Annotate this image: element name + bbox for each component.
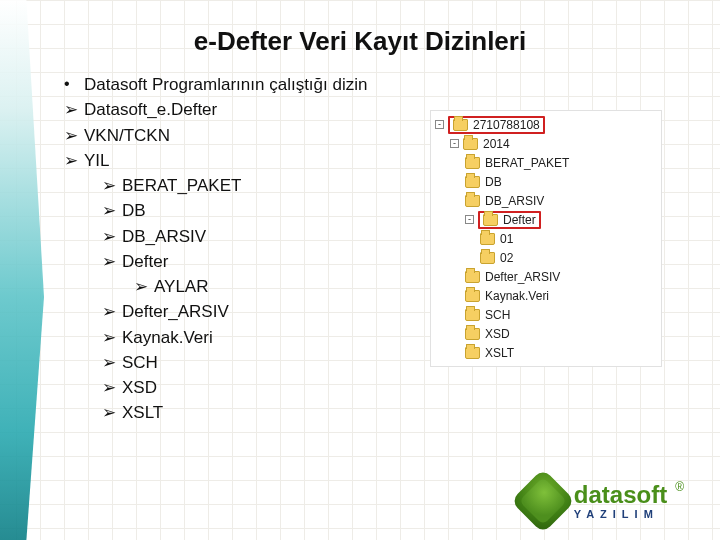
tree-item[interactable]: XSD <box>435 324 655 343</box>
bullet-content: • Datasoft Programlarının çalıştığı dizi… <box>64 74 394 428</box>
tree-item-highlight[interactable]: - Defter <box>435 210 655 229</box>
tree-item[interactable]: 02 <box>435 248 655 267</box>
logo-sub: YAZILIM <box>574 509 667 520</box>
logo-mark-icon <box>510 468 575 533</box>
arrow-icon: ➢ <box>102 377 122 398</box>
folder-icon <box>480 233 495 245</box>
bullet-text: VKN/TCKN <box>84 125 170 146</box>
tree-label: XSLT <box>485 346 514 360</box>
collapse-icon[interactable]: - <box>450 139 459 148</box>
bullet-text: YIL <box>84 150 110 171</box>
folder-icon <box>465 328 480 340</box>
tree-label: 02 <box>500 251 513 265</box>
collapse-icon[interactable]: - <box>435 120 444 129</box>
folder-icon <box>465 157 480 169</box>
bullet-text: DB_ARSIV <box>122 226 206 247</box>
bullet-text: Datasoft Programlarının çalıştığı dizin <box>84 74 367 95</box>
folder-icon <box>465 309 480 321</box>
highlight-box: 2710788108 <box>448 116 545 134</box>
bullet-lv2: ➢ BERAT_PAKET <box>102 175 394 196</box>
tree-label: XSD <box>485 327 510 341</box>
bullet-lv2: ➢ Defter <box>102 251 394 272</box>
folder-icon <box>465 271 480 283</box>
tree-label: DB_ARSIV <box>485 194 544 208</box>
arrow-icon: ➢ <box>102 352 122 373</box>
bullet-text: Datasoft_e.Defter <box>84 99 217 120</box>
tree-label: 2710788108 <box>473 118 540 132</box>
folder-icon <box>463 138 478 150</box>
tree-item[interactable]: XSLT <box>435 343 655 362</box>
tree-item[interactable]: DB_ARSIV <box>435 191 655 210</box>
logo-main: datasoft <box>574 483 667 507</box>
folder-icon <box>465 290 480 302</box>
tree-label: 01 <box>500 232 513 246</box>
tree-item[interactable]: DB <box>435 172 655 191</box>
registered-icon: ® <box>675 480 684 494</box>
bullet-text: BERAT_PAKET <box>122 175 241 196</box>
bullet-text: DB <box>122 200 146 221</box>
arrow-icon: ➢ <box>102 327 122 348</box>
folder-icon <box>453 119 468 131</box>
bullet-text: Kaynak.Veri <box>122 327 213 348</box>
collapse-icon[interactable]: - <box>465 215 474 224</box>
folder-icon <box>465 347 480 359</box>
arrow-icon: ➢ <box>134 276 154 297</box>
logo-text: datasoft YAZILIM <box>574 483 667 520</box>
bullet-lv2: ➢ XSLT <box>102 402 394 423</box>
highlight-box: Defter <box>478 211 541 229</box>
tree-label: DB <box>485 175 502 189</box>
folder-icon <box>483 214 498 226</box>
bullet-lv3: ➢ AYLAR <box>134 276 394 297</box>
bullet-text: SCH <box>122 352 158 373</box>
bullet-lv2: ➢ Defter_ARSIV <box>102 301 394 322</box>
bullet-text: Defter_ARSIV <box>122 301 229 322</box>
bullet-lv2: ➢ SCH <box>102 352 394 373</box>
folder-icon <box>480 252 495 264</box>
tree-item[interactable]: SCH <box>435 305 655 324</box>
arrow-icon: ➢ <box>64 150 84 171</box>
page-title: e-Defter Veri Kayıt Dizinleri <box>0 26 720 57</box>
bullet-lv2: ➢ Kaynak.Veri <box>102 327 394 348</box>
bullet-lv1: ➢ Datasoft_e.Defter <box>64 99 394 120</box>
bullet-text: XSD <box>122 377 157 398</box>
bullet-lv0: • Datasoft Programlarının çalıştığı dizi… <box>64 74 394 95</box>
datasoft-logo: datasoft YAZILIM ® <box>520 478 684 524</box>
arrow-icon: ➢ <box>102 402 122 423</box>
arrow-icon: ➢ <box>102 301 122 322</box>
arrow-icon: ➢ <box>64 125 84 146</box>
bullet-lv2: ➢ DB_ARSIV <box>102 226 394 247</box>
arrow-icon: ➢ <box>102 251 122 272</box>
tree-label: BERAT_PAKET <box>485 156 569 170</box>
tree-item[interactable]: 01 <box>435 229 655 248</box>
bullet-lv2: ➢ DB <box>102 200 394 221</box>
bullet-lv2: ➢ XSD <box>102 377 394 398</box>
arrow-icon: ➢ <box>64 99 84 120</box>
folder-icon <box>465 195 480 207</box>
tree-item[interactable]: Kaynak.Veri <box>435 286 655 305</box>
tree-label: SCH <box>485 308 510 322</box>
arrow-icon: ➢ <box>102 175 122 196</box>
folder-tree: - 2710788108 - 2014 BERAT_PAKET DB DB_AR… <box>430 110 662 367</box>
tree-label: Defter_ARSIV <box>485 270 560 284</box>
arrow-icon: ➢ <box>102 226 122 247</box>
tree-root[interactable]: - 2710788108 <box>435 115 655 134</box>
tree-item[interactable]: BERAT_PAKET <box>435 153 655 172</box>
bullet-lv1: ➢ VKN/TCKN <box>64 125 394 146</box>
bullet-text: Defter <box>122 251 168 272</box>
arrow-icon: ➢ <box>102 200 122 221</box>
tree-label: Defter <box>503 213 536 227</box>
bullet-dot-icon: • <box>64 74 84 94</box>
tree-item[interactable]: Defter_ARSIV <box>435 267 655 286</box>
bullet-lv1: ➢ YIL <box>64 150 394 171</box>
folder-icon <box>465 176 480 188</box>
tree-year[interactable]: - 2014 <box>435 134 655 153</box>
tree-label: Kaynak.Veri <box>485 289 549 303</box>
bullet-text: AYLAR <box>154 276 209 297</box>
bullet-text: XSLT <box>122 402 163 423</box>
tree-label: 2014 <box>483 137 510 151</box>
